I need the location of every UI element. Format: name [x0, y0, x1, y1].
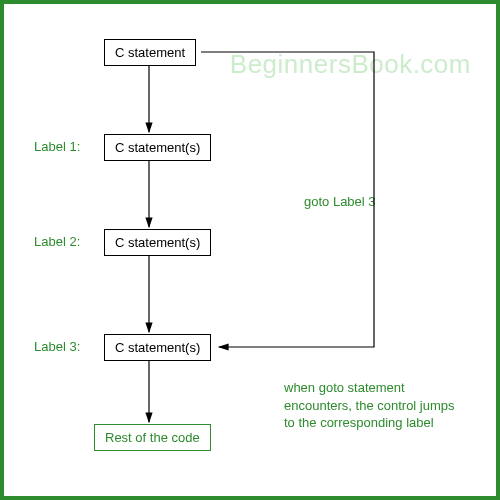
- box-c-statement-3: C statement(s): [104, 229, 211, 256]
- explanation-note: when goto statement encounters, the cont…: [284, 379, 494, 432]
- label-2: Label 2:: [34, 234, 80, 249]
- label-3: Label 3:: [34, 339, 80, 354]
- box-c-statement-4: C statement(s): [104, 334, 211, 361]
- label-1: Label 1:: [34, 139, 80, 154]
- watermark: BeginnersBook.com: [230, 49, 471, 80]
- box-c-statement-2: C statement(s): [104, 134, 211, 161]
- goto-label-text: goto Label 3: [304, 194, 376, 209]
- diagram-frame: BeginnersBook.com C statement C statemen…: [0, 0, 500, 500]
- box-c-statement-1: C statement: [104, 39, 196, 66]
- box-rest-of-code: Rest of the code: [94, 424, 211, 451]
